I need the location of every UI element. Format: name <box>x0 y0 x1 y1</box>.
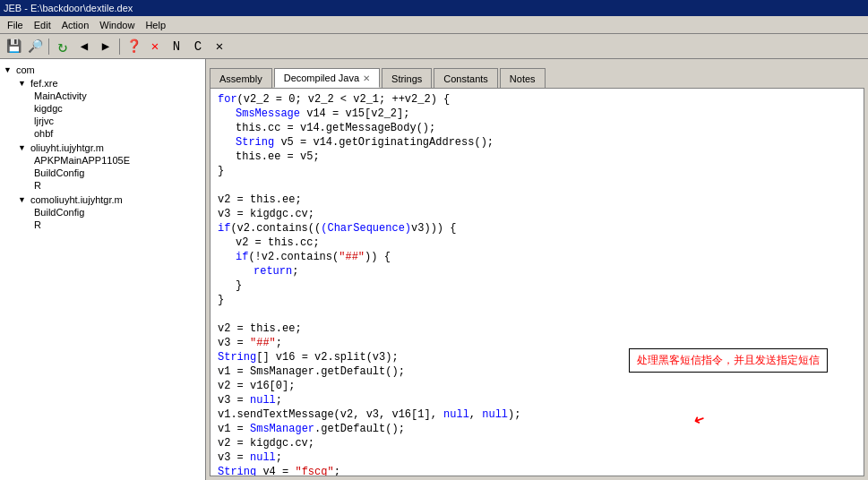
code-line-22: v3 = null; <box>218 393 856 407</box>
label-kigdgc: kigdgc <box>32 103 63 114</box>
code-line-2: SmsMessage v14 = v15[v2_2]; <box>218 107 856 121</box>
toolbar-find[interactable]: 🔎 <box>25 37 45 56</box>
title-text: JEB - E:\backdoor\dextile.dex <box>4 3 133 13</box>
tree-children-comoliuyht: BuildConfig R <box>14 206 205 231</box>
code-line-4: String v5 = v14.getOriginatingAddress(); <box>218 135 856 150</box>
code-line-7 <box>218 178 856 193</box>
toolbar-back[interactable]: ◀ <box>74 37 94 56</box>
tree-children-fef: MainActivity kigdgc ljrjvc ohbf <box>14 90 205 140</box>
label-mainactivity: MainActivity <box>32 90 87 101</box>
toolbar-forward[interactable]: ▶ <box>96 37 116 56</box>
tab-strings[interactable]: Strings <box>382 68 432 88</box>
code-line-16 <box>218 307 856 321</box>
title-bar: JEB - E:\backdoor\dextile.dex <box>0 0 868 16</box>
tree-item-comoliuyht[interactable]: ▼ comoliuyht.iujyhtgr.m <box>14 193 205 206</box>
tree-node-fef: ▼ fef.xre MainActivity kigdgc ljrjvc <box>14 76 205 141</box>
tab-decompiled[interactable]: Decompiled Java ✕ <box>274 68 380 88</box>
tree-leaf-ohbf[interactable]: ohbf <box>29 127 205 140</box>
tab-constants[interactable]: Constants <box>434 68 498 88</box>
toolbar-sep1 <box>48 39 49 55</box>
tab-strings-label: Strings <box>391 73 422 84</box>
tree-item-fef[interactable]: ▼ fef.xre <box>14 77 205 90</box>
code-line-6: } <box>218 164 856 178</box>
tab-decompiled-close[interactable]: ✕ <box>363 73 370 83</box>
code-line-14: } <box>218 279 856 293</box>
tree-leaf-buildconfig1[interactable]: BuildConfig <box>29 167 205 179</box>
toggle-comoliuyht[interactable]: ▼ <box>18 195 29 204</box>
tree-leaf-r2[interactable]: R <box>29 219 205 231</box>
code-line-15: } <box>218 293 856 307</box>
tab-decompiled-label: Decompiled Java <box>284 73 359 83</box>
code-line-11: v2 = this.cc; <box>218 236 856 250</box>
label-buildconfig1: BuildConfig <box>32 167 84 178</box>
tree-leaf-r1[interactable]: R <box>29 179 205 192</box>
label-r2: R <box>32 219 41 230</box>
tree-leaf-kigdgc[interactable]: kigdgc <box>29 102 205 115</box>
right-panel: Assembly Decompiled Java ✕ Strings Const… <box>206 59 868 480</box>
tab-bar: Assembly Decompiled Java ✕ Strings Const… <box>206 59 868 88</box>
label-r1: R <box>32 180 41 191</box>
code-line-23: v1.sendTextMessage(v2, v3, v16[1], null,… <box>218 407 856 422</box>
code-line-1: for(v2_2 = 0; v2_2 < v2_1; ++v2_2) { <box>218 92 856 107</box>
toolbar-help[interactable]: ❓ <box>124 37 143 56</box>
menu-help[interactable]: Help <box>140 18 171 32</box>
annotation-box: 处理黑客短信指令，并且发送指定短信 <box>629 348 828 373</box>
toggle-fef[interactable]: ▼ <box>18 79 29 88</box>
menu-edit[interactable]: Edit <box>29 18 56 32</box>
menu-action[interactable]: Action <box>56 18 95 32</box>
label-ljrjvc: ljrjvc <box>32 116 54 126</box>
code-editor[interactable]: for(v2_2 = 0; v2_2 < v2_1; ++v2_2) { Sms… <box>210 88 864 476</box>
tab-notes[interactable]: Notes <box>500 68 546 88</box>
tree-leaf-mainactivity[interactable]: MainActivity <box>29 90 205 102</box>
code-line-17: v2 = this.ee; <box>218 321 856 336</box>
menu-file[interactable]: File <box>2 18 29 32</box>
label-fef: fef.xre <box>29 78 58 89</box>
tree-node-com: ▼ com ▼ fef.xre MainActivity kigdgc <box>0 63 205 233</box>
annotation-text: 处理黑客短信指令，并且发送指定短信 <box>637 354 820 366</box>
toolbar-stop[interactable]: ✕ <box>145 37 165 56</box>
toolbar-sep2 <box>119 39 120 55</box>
tab-assembly-label: Assembly <box>219 73 262 84</box>
toolbar-x[interactable]: ✕ <box>210 37 229 56</box>
code-line-3: this.cc = v14.getMessageBody(); <box>218 121 856 135</box>
tree-item-oliuyht[interactable]: ▼ oliuyht.iujyhtgr.m <box>14 141 205 154</box>
label-apkp: APKPMainAPP1105E <box>32 155 130 166</box>
code-line-24: v1 = SmsManager.getDefault(); <box>218 422 856 436</box>
code-line-27: String v4 = "fscg"; <box>218 465 856 476</box>
code-line-8: v2 = this.ee; <box>218 193 856 207</box>
label-oliuyht: oliuyht.iujyhtgr.m <box>29 142 104 153</box>
code-line-9: v3 = kigdgc.cv; <box>218 207 856 221</box>
tree-node-comoliuyht: ▼ comoliuyht.iujyhtgr.m BuildConfig R <box>14 193 205 232</box>
code-line-25: v2 = kigdgc.cv; <box>218 436 856 450</box>
tree-children-com: ▼ fef.xre MainActivity kigdgc ljrjvc <box>0 76 205 232</box>
tab-notes-label: Notes <box>510 73 536 84</box>
menu-bar: File Edit Action Window Help <box>0 16 868 34</box>
code-line-10: if(v2.contains(((CharSequence)v3))) { <box>218 221 856 236</box>
code-line-26: v3 = null; <box>218 450 856 465</box>
toolbar-c[interactable]: C <box>188 37 208 56</box>
toolbar-refresh[interactable]: ↻ <box>53 37 73 56</box>
tree-node-oliuyht: ▼ oliuyht.iujyhtgr.m APKPMainAPP1105E Bu… <box>14 141 205 193</box>
toolbar-n[interactable]: N <box>167 37 186 56</box>
label-ohbf: ohbf <box>32 128 53 139</box>
tab-constants-label: Constants <box>443 73 488 84</box>
code-line-13: return; <box>218 264 856 279</box>
toggle-oliuyht[interactable]: ▼ <box>18 143 29 152</box>
label-comoliuyht: comoliuyht.iujyhtgr.m <box>29 194 123 205</box>
tree-leaf-ljrjvc[interactable]: ljrjvc <box>29 115 205 127</box>
toolbar-save[interactable]: 💾 <box>4 37 23 56</box>
code-line-21: v2 = v16[0]; <box>218 379 856 393</box>
toggle-com[interactable]: ▼ <box>4 65 14 74</box>
label-com: com <box>14 64 35 75</box>
tab-assembly[interactable]: Assembly <box>210 68 272 88</box>
sidebar: ▼ com ▼ fef.xre MainActivity kigdgc <box>0 59 206 480</box>
main-area: ▼ com ▼ fef.xre MainActivity kigdgc <box>0 59 868 480</box>
menu-window[interactable]: Window <box>94 18 140 32</box>
tree-leaf-buildconfig2[interactable]: BuildConfig <box>29 206 205 219</box>
label-buildconfig2: BuildConfig <box>32 207 84 218</box>
code-line-5: this.ee = v5; <box>218 150 856 164</box>
code-line-12: if(!v2.contains("##")) { <box>218 250 856 264</box>
tree-leaf-apkp[interactable]: APKPMainAPP1105E <box>29 154 205 167</box>
tree-item-com[interactable]: ▼ com <box>0 64 205 76</box>
toolbar: 💾 🔎 ↻ ◀ ▶ ❓ ✕ N C ✕ <box>0 34 868 59</box>
